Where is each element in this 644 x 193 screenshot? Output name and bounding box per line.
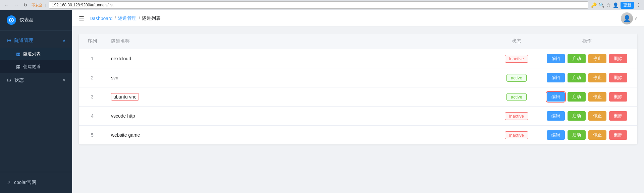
dashboard-label: 仪表盘 bbox=[19, 17, 34, 23]
col-header-name: 隧道名称 bbox=[106, 34, 496, 49]
tunnel-submenu: ▦ 隧道列表 ▦ 创建隧道 bbox=[0, 48, 72, 73]
tunnel-list-label: 隧道列表 bbox=[23, 51, 41, 57]
row-1-status: inactive bbox=[496, 49, 537, 68]
row-4-status-badge: inactive bbox=[505, 112, 528, 120]
row-3-status-badge: active bbox=[506, 93, 527, 101]
row-4-tunnel-name: vscode http bbox=[111, 113, 135, 119]
tunnel-manage-icon: ⊕ bbox=[7, 37, 11, 44]
row-3-tunnel-name: ubuntu vnc bbox=[111, 93, 139, 101]
sidebar-item-tunnel-list[interactable]: ▦ 隧道列表 bbox=[0, 48, 72, 60]
menu-dots-icon[interactable]: ⋮ bbox=[636, 2, 641, 8]
status-arrow: ∨ bbox=[63, 78, 65, 82]
row-5-stop-button[interactable]: 停止 bbox=[588, 130, 606, 140]
row-4-index: 4 bbox=[79, 107, 106, 126]
row-5-actions: 编辑 启动 停止 删除 bbox=[537, 126, 637, 145]
row-2-status-badge: active bbox=[506, 74, 527, 82]
avatar[interactable]: 👤 bbox=[621, 12, 633, 24]
sidebar-item-status[interactable]: ⊙ 状态 ∨ bbox=[0, 73, 72, 87]
star-icon[interactable]: ☆ bbox=[606, 2, 611, 8]
col-header-status: 状态 bbox=[496, 34, 537, 49]
create-tunnel-icon: ▦ bbox=[16, 64, 20, 69]
row-2-stop-button[interactable]: 停止 bbox=[588, 73, 606, 82]
page-body: 序列 隧道名称 状态 操作 1 nextcloud bbox=[72, 27, 644, 193]
row-1-index: 1 bbox=[79, 49, 106, 68]
col-header-index: 序列 bbox=[79, 34, 106, 49]
table-row: 5 website game inactive 编辑 启动 bbox=[79, 126, 637, 145]
row-5-start-button[interactable]: 启动 bbox=[568, 130, 586, 140]
table-body: 1 nextcloud inactive 编辑 启动 bbox=[79, 49, 637, 145]
row-2-start-button[interactable]: 启动 bbox=[568, 73, 586, 82]
hamburger-button[interactable]: ☰ bbox=[79, 15, 84, 22]
row-4-stop-button[interactable]: 停止 bbox=[588, 111, 606, 121]
table-header-row: 序列 隧道名称 状态 操作 bbox=[79, 34, 637, 49]
address-bar[interactable] bbox=[49, 1, 588, 9]
breadcrumb-sep-1: / bbox=[115, 16, 116, 21]
row-5-delete-button[interactable]: 删除 bbox=[609, 130, 627, 140]
row-5-edit-button[interactable]: 编辑 bbox=[547, 130, 565, 140]
row-4-actions: 编辑 启动 停止 删除 bbox=[537, 107, 637, 126]
refresh-button[interactable]: ↻ bbox=[22, 2, 29, 8]
row-3-status: active bbox=[496, 87, 537, 107]
cpolar-label: cpolar官网 bbox=[14, 180, 36, 186]
row-2-edit-button[interactable]: 编辑 bbox=[547, 73, 565, 82]
row-5-index: 5 bbox=[79, 126, 106, 145]
row-1-edit-button[interactable]: 编辑 bbox=[547, 54, 565, 63]
breadcrumb-dashboard[interactable]: Dashboard bbox=[90, 16, 113, 21]
row-3-name: ubuntu vnc bbox=[106, 87, 496, 107]
main-content: ☰ Dashboard / 隧道管理 / 隧道列表 👤 ∨ bbox=[72, 10, 644, 193]
dashboard-icon bbox=[7, 15, 16, 25]
sidebar-item-cpolar[interactable]: ↗ cpolar官网 bbox=[7, 176, 65, 189]
row-5-status: inactive bbox=[496, 126, 537, 145]
sidebar-logo[interactable]: 仪表盘 bbox=[0, 10, 72, 30]
row-3-actions: 编辑 启动 停止 删除 bbox=[537, 87, 637, 107]
row-1-stop-button[interactable]: 停止 bbox=[588, 54, 606, 63]
sidebar-item-create-tunnel[interactable]: ▦ 创建隧道 bbox=[0, 60, 72, 73]
back-button[interactable]: ← bbox=[3, 2, 10, 8]
row-5-name: website game bbox=[106, 126, 496, 145]
svg-point-1 bbox=[11, 19, 12, 21]
sidebar: 仪表盘 ⊕ 隧道管理 ∧ ▦ 隧道列表 ▦ 创建隧道 bbox=[0, 10, 72, 193]
row-3-edit-button[interactable]: 编辑 bbox=[547, 92, 565, 102]
row-4-buttons: 编辑 启动 停止 删除 bbox=[542, 111, 632, 121]
table-row: 2 svn active 编辑 启动 停止 bbox=[79, 68, 637, 87]
avatar-dropdown-icon[interactable]: ∨ bbox=[634, 16, 637, 21]
row-1-start-button[interactable]: 启动 bbox=[568, 54, 586, 63]
cpolar-icon: ↗ bbox=[7, 180, 11, 185]
row-4-edit-button[interactable]: 编辑 bbox=[547, 111, 565, 121]
row-2-buttons: 编辑 启动 停止 删除 bbox=[542, 73, 632, 82]
sidebar-menu: ⊕ 隧道管理 ∧ ▦ 隧道列表 ▦ 创建隧道 ⊙ 状态 ∨ bbox=[0, 30, 72, 172]
avatar-image: 👤 bbox=[621, 12, 633, 24]
row-1-delete-button[interactable]: 删除 bbox=[609, 54, 627, 63]
main-header: ☰ Dashboard / 隧道管理 / 隧道列表 👤 ∨ bbox=[72, 10, 644, 27]
browser-actions: 🔑 🔍 ☆ 👤 更新 ⋮ bbox=[591, 2, 641, 9]
row-3-buttons: 编辑 启动 停止 删除 bbox=[542, 92, 632, 102]
row-2-tunnel-name: svn bbox=[111, 75, 118, 80]
update-button[interactable]: 更新 bbox=[621, 2, 634, 9]
sidebar-item-tunnel-manage[interactable]: ⊕ 隧道管理 ∧ bbox=[0, 33, 72, 48]
row-3-delete-button[interactable]: 删除 bbox=[609, 92, 627, 102]
row-3-start-button[interactable]: 启动 bbox=[568, 92, 586, 102]
data-table: 序列 隧道名称 状态 操作 1 nextcloud bbox=[79, 34, 637, 144]
row-4-delete-button[interactable]: 删除 bbox=[609, 111, 627, 121]
row-4-status: inactive bbox=[496, 107, 537, 126]
row-2-name: svn bbox=[106, 68, 496, 87]
row-3-index: 3 bbox=[79, 87, 106, 107]
breadcrumb-tunnel-manage[interactable]: 隧道管理 bbox=[118, 15, 137, 21]
create-tunnel-label: 创建隧道 bbox=[23, 64, 41, 70]
tunnel-manage-label: 隧道管理 bbox=[14, 38, 33, 44]
row-2-delete-button[interactable]: 删除 bbox=[609, 73, 627, 82]
user-icon[interactable]: 👤 bbox=[613, 2, 619, 8]
row-5-tunnel-name: website game bbox=[111, 132, 140, 138]
header-left: ☰ Dashboard / 隧道管理 / 隧道列表 bbox=[79, 15, 161, 22]
row-5-buttons: 编辑 启动 停止 删除 bbox=[542, 130, 632, 140]
row-4-start-button[interactable]: 启动 bbox=[568, 111, 586, 121]
forward-button[interactable]: → bbox=[13, 2, 19, 8]
row-3-stop-button[interactable]: 停止 bbox=[588, 92, 606, 102]
status-label: 状态 bbox=[14, 77, 24, 83]
breadcrumb: Dashboard / 隧道管理 / 隧道列表 bbox=[90, 15, 161, 21]
table-row: 3 ubuntu vnc active 编辑 启动 bbox=[79, 87, 637, 107]
row-1-buttons: 编辑 启动 停止 删除 bbox=[542, 54, 632, 63]
table-row: 1 nextcloud inactive 编辑 启动 bbox=[79, 49, 637, 68]
row-2-actions: 编辑 启动 停止 删除 bbox=[537, 68, 637, 87]
row-1-actions: 编辑 启动 停止 删除 bbox=[537, 49, 637, 68]
